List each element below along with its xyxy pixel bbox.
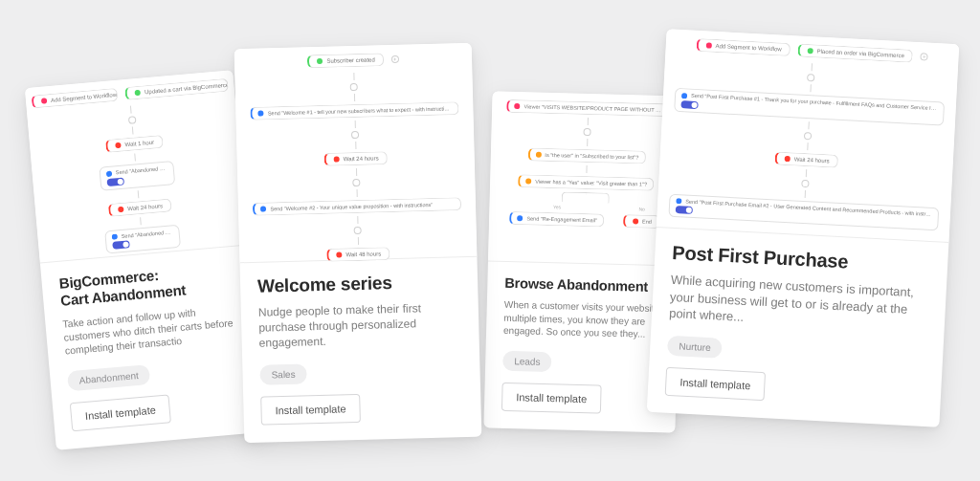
workflow-preview: Add Segment to Workflow Updated a cart v… bbox=[25, 70, 248, 263]
workflow-send-pill: Send "Abandoned Cart #2" bbox=[104, 224, 181, 253]
workflow-condition-pill: Viewer has a "Yes" value: "Visit greater… bbox=[518, 174, 654, 191]
workflow-trigger-pill: Add Segment to Workflow bbox=[32, 88, 119, 109]
install-template-button[interactable]: Install template bbox=[260, 394, 361, 426]
workflow-wait-label: Wait 1 hour bbox=[124, 140, 154, 148]
connector-line bbox=[135, 153, 137, 161]
wait-icon bbox=[115, 142, 122, 149]
wait-icon bbox=[785, 155, 791, 161]
connector-line bbox=[353, 94, 354, 101]
send-icon bbox=[681, 93, 687, 98]
card-description: Nudge people to make their first purchas… bbox=[258, 299, 462, 351]
category-tag: Leads bbox=[502, 350, 552, 371]
toggle-icon bbox=[676, 206, 693, 214]
add-node-icon: + bbox=[921, 53, 928, 60]
wait-icon bbox=[334, 156, 340, 162]
workflow-wait-label: Wait 24 hours bbox=[344, 155, 379, 162]
workflow-condition-pill: Is "the user" in "Subscribed to your lis… bbox=[527, 147, 645, 164]
send-icon bbox=[517, 215, 523, 221]
workflow-send-label: Send "Abandoned Cart #2" bbox=[121, 229, 172, 239]
workflow-trigger-pill: Updated a cart via BigCommerce bbox=[125, 78, 229, 100]
workflow-send-pill: Send "Post First Purchase Email #2 - Use… bbox=[668, 193, 939, 230]
toggle-icon bbox=[106, 177, 124, 186]
workflow-wait-pill: Wait 48 hours bbox=[326, 247, 390, 262]
install-template-button[interactable]: Install template bbox=[501, 382, 602, 413]
category-tag: Sales bbox=[259, 363, 307, 384]
card-title: BigCommerce: Cart Abandonment bbox=[58, 260, 234, 310]
workflow-send-pill: Send "Welcome #2 - Your unique value pro… bbox=[253, 197, 460, 216]
connector-line bbox=[807, 142, 808, 150]
card-title: Welcome series bbox=[257, 271, 461, 297]
workflow-send-pill: Send "Re-Engagement Email" bbox=[509, 211, 604, 228]
toggle-icon bbox=[680, 100, 698, 109]
connector-line bbox=[354, 120, 355, 128]
trigger-icon bbox=[317, 58, 323, 64]
connector-node bbox=[128, 116, 137, 124]
connector-node bbox=[804, 131, 812, 139]
trigger-icon bbox=[705, 42, 711, 48]
connector-line bbox=[587, 139, 588, 146]
workflow-trigger-pill: Placed an order via BigCommerce bbox=[797, 43, 913, 62]
template-card-welcome-series[interactable]: Subscriber created + Send "Welcome #1 - … bbox=[234, 43, 482, 443]
connector-line bbox=[141, 217, 143, 225]
workflow-send-pill: Send "Welcome #1 - tell your new subscri… bbox=[251, 101, 458, 120]
send-icon bbox=[676, 198, 681, 204]
install-template-button[interactable]: Install template bbox=[665, 366, 766, 400]
workflow-send-label: Send "Abandoned Cart #1" bbox=[116, 165, 167, 176]
workflow-end-label: End bbox=[642, 219, 652, 225]
workflow-trigger-label: Add Segment to Workflow bbox=[715, 43, 781, 53]
workflow-trigger-label: Updated a cart via BigCommerce bbox=[145, 82, 229, 96]
workflow-wait-label: Wait 24 hours bbox=[127, 203, 163, 211]
workflow-wait-pill: Wait 24 hours bbox=[324, 151, 388, 166]
connector-line bbox=[130, 106, 132, 114]
branch-label-no: No bbox=[638, 206, 645, 211]
connector-line bbox=[808, 121, 809, 129]
template-card-post-first-purchase[interactable]: Add Segment to Workflow Placed an order … bbox=[647, 29, 960, 426]
workflow-send-label: Send "Post First Purchase Email #2 - Use… bbox=[685, 198, 932, 217]
wait-icon bbox=[118, 206, 124, 212]
install-template-button[interactable]: Install template bbox=[70, 394, 171, 431]
workflow-preview: Viewer "VISITS WEBSITE/PRODUCT PAGE WITH… bbox=[488, 91, 684, 266]
connector-line bbox=[810, 84, 811, 92]
branch-label-yes: Yes bbox=[553, 204, 561, 209]
workflow-send-label: Send "Post First Purchase #1 - Thank you… bbox=[691, 93, 938, 112]
workflow-trigger-pill: Viewer "VISITS WEBSITE/PRODUCT PAGE WITH… bbox=[506, 99, 668, 117]
workflow-trigger-label: Add Segment to Workflow bbox=[51, 92, 118, 103]
connector-line bbox=[357, 216, 358, 224]
trigger-icon bbox=[135, 90, 142, 97]
workflow-trigger-pill: Subscriber created bbox=[307, 53, 384, 68]
connector-node bbox=[583, 128, 590, 136]
template-card-bigcommerce-cart-abandonment[interactable]: Add Segment to Workflow Updated a cart v… bbox=[25, 70, 264, 449]
connector-line bbox=[586, 165, 587, 173]
workflow-wait-pill: Wait 1 hour bbox=[105, 135, 163, 153]
workflow-end-pill: End bbox=[623, 214, 660, 229]
card-description: While acquiring new customers is importa… bbox=[669, 272, 929, 336]
connector-line bbox=[132, 126, 134, 134]
workflow-wait-pill: Wait 24 hours bbox=[108, 198, 172, 217]
connector-node bbox=[354, 227, 362, 234]
category-tag: Nurture bbox=[667, 335, 723, 358]
connector-node bbox=[352, 179, 360, 186]
card-title: Browse Abandonment bbox=[504, 275, 661, 295]
send-icon bbox=[258, 111, 264, 117]
condition-icon bbox=[535, 152, 541, 158]
send-icon bbox=[112, 233, 119, 240]
workflow-wait-label: Wait 48 hours bbox=[345, 251, 381, 257]
toggle-icon bbox=[112, 240, 130, 250]
connector-node bbox=[801, 179, 809, 186]
workflow-send-label: Send "Re-Engagement Email" bbox=[526, 215, 597, 223]
card-description: Take action and follow up with customers… bbox=[62, 302, 239, 358]
connector-line bbox=[587, 118, 588, 125]
connector-line bbox=[355, 142, 356, 149]
card-body: Post First Purchase While acquiring new … bbox=[647, 228, 949, 426]
add-node-icon: + bbox=[391, 55, 399, 63]
connector-line bbox=[355, 168, 356, 176]
connector-line bbox=[138, 190, 140, 198]
workflow-condition-label: Viewer has a "Yes" value: "Visit greater… bbox=[535, 179, 647, 187]
workflow-trigger-label: Placed an order via BigCommerce bbox=[816, 49, 904, 59]
condition-icon bbox=[525, 178, 531, 184]
template-gallery: Add Segment to Workflow Updated a cart v… bbox=[0, 0, 980, 481]
send-icon bbox=[106, 170, 113, 177]
workflow-send-pill: Send "Post First Purchase #1 - Thank you… bbox=[674, 88, 945, 125]
workflow-trigger-pill: Add Segment to Workflow bbox=[696, 38, 791, 56]
workflow-branch-split bbox=[562, 191, 610, 202]
